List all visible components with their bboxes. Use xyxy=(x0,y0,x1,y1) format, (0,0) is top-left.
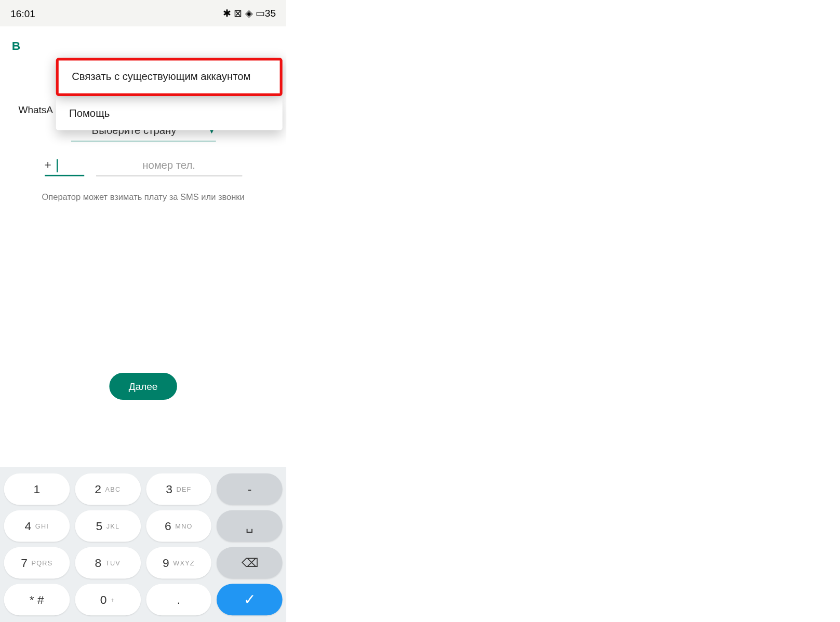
keypad-key-3[interactable]: - xyxy=(217,474,282,505)
keypad-key-4[interactable]: 4GHI xyxy=(4,510,70,542)
keypad-key-8[interactable]: 8TUV xyxy=(75,547,140,579)
numeric-keyboard: 12ABC3DEF-4GHI5JKL6MNO␣7PQRS8TUV9WXYZ⌫* … xyxy=(0,467,286,622)
title-partial: В xyxy=(12,39,20,53)
keypad-key-3[interactable]: 3DEF xyxy=(146,474,211,505)
keypad-key-14[interactable]: . xyxy=(146,584,211,616)
overflow-menu: Связать с существующим аккаунтом xyxy=(56,58,283,96)
status-icons: ✱ ⊠ ◈ ▭35 xyxy=(223,7,276,19)
menu-help[interactable]: Помощь xyxy=(56,97,283,130)
sms-note: Оператор может взимать плату за SMS или … xyxy=(10,192,276,202)
keypad-key-11[interactable]: ⌫ xyxy=(217,547,282,579)
keypad-key-6[interactable]: 6MNO xyxy=(146,510,211,542)
keypad-key-1[interactable]: 1 xyxy=(4,474,70,505)
status-time: 16:01 xyxy=(10,8,35,19)
next-button[interactable]: Далее xyxy=(109,373,178,400)
overflow-menu-help: Помощь xyxy=(56,97,283,130)
battery-icon: ▭35 xyxy=(256,7,276,19)
wifi-icon: ◈ xyxy=(245,7,253,19)
menu-link-existing-account[interactable]: Связать с существующим аккаунтом xyxy=(59,61,280,93)
keypad-key-0[interactable]: 0+ xyxy=(75,584,140,616)
keypad-key-2[interactable]: 2ABC xyxy=(75,474,140,505)
bluetooth-icon: ✱ xyxy=(223,7,231,19)
text-cursor xyxy=(57,159,58,172)
status-bar: 16:01 ✱ ⊠ ◈ ▭35 xyxy=(0,0,286,26)
keypad-key-9[interactable]: 9WXYZ xyxy=(146,547,211,579)
screen-phone-setup: 16:01 ✱ ⊠ ◈ ▭35 В Связать с существующим… xyxy=(0,0,286,622)
country-code-field[interactable]: + xyxy=(45,158,84,176)
vibrate-icon: ⊠ xyxy=(234,7,242,19)
phone-number-field[interactable]: номер тел. xyxy=(96,160,242,177)
keypad-key-5[interactable]: 5JKL xyxy=(75,510,140,542)
keypad-key-15[interactable]: ✓ xyxy=(217,584,282,616)
subtitle-partial: WhatsA xyxy=(18,104,53,115)
keypad-key-7[interactable]: 7PQRS xyxy=(4,547,70,579)
keypad-key-7[interactable]: ␣ xyxy=(217,510,282,542)
keypad-key-12[interactable]: * # xyxy=(4,584,70,616)
